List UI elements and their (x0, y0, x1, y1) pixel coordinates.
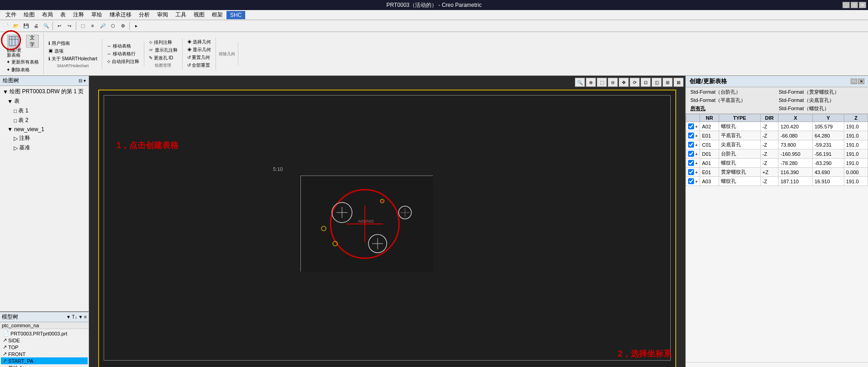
menu-item-file[interactable]: 文件 (2, 10, 20, 20)
menu-item-shc[interactable]: SHC (226, 11, 245, 19)
delete-table-btn[interactable]: ✦ 删除表格 (5, 66, 41, 74)
menu-item-analysis[interactable]: 分析 (135, 10, 153, 20)
search-icon[interactable]: 🔍 (41, 21, 51, 31)
checkbox-2[interactable] (688, 133, 694, 138)
tree-annotation-label: 注释 (19, 134, 30, 142)
model-tree-col-header: ptc_common_na (0, 322, 89, 329)
open-icon[interactable]: 📂 (11, 21, 21, 31)
model-tree-header: 模型树 ▼ T↓ ▼ ≡ (0, 312, 89, 322)
format-2[interactable]: Std-Format（平底盲孔） (689, 96, 777, 104)
menu-item-annotation[interactable]: 注释 (69, 10, 88, 20)
format-4[interactable]: Std-Format（尖底盲孔） (777, 96, 866, 104)
update-all-btn[interactable]: ✦ 更新所有表格 (5, 59, 41, 66)
show-geometry-btn[interactable]: ◈ 显示几何 (185, 46, 213, 53)
tree-item-table1[interactable]: □ 表 1 (1, 106, 88, 116)
extra-canvas-btn[interactable]: ⊠ (673, 78, 684, 87)
arrange-annotation-btn[interactable]: ⊹ 排列注释 (147, 39, 179, 46)
right-panel-controls[interactable]: _ ✕ (851, 79, 864, 84)
tree-item-table-group[interactable]: ▼ 表 (1, 96, 88, 106)
plus-4: + (695, 151, 698, 157)
row-check-1[interactable]: + (686, 122, 700, 131)
save-icon[interactable]: 💾 (21, 21, 31, 31)
zoom-out-btn[interactable]: ⊖ (608, 78, 618, 87)
model-item-sketch1[interactable]: ✏ 草绘 1 (1, 364, 88, 367)
close-button[interactable]: ✕ (859, 2, 866, 8)
format-1[interactable]: Std-Format（台阶孔） (689, 88, 777, 96)
checkbox-6[interactable] (688, 169, 694, 175)
sidebar-controls[interactable]: ⊟ ▾ (79, 78, 86, 83)
model-item-top[interactable]: ↗ TOP (1, 344, 88, 351)
tree-item-newview[interactable]: ▼ new_view_1 (1, 125, 88, 133)
rotate-btn[interactable]: ⟳ (630, 78, 640, 87)
undo-icon[interactable]: ↩ (54, 21, 64, 31)
right-minimize-btn[interactable]: _ (851, 79, 857, 84)
menu-item-drawing[interactable]: 绘图 (20, 10, 38, 20)
model-item-startpa[interactable]: ↗ START_PA (1, 357, 88, 364)
row-check-2[interactable]: + (686, 131, 700, 140)
create-table-button[interactable]: 创建/更新表格 (5, 34, 23, 59)
display-btn[interactable]: ◫ (652, 78, 662, 87)
checkbox-3[interactable] (688, 142, 694, 148)
tree-item-annotation[interactable]: ▷ 注释 (1, 133, 88, 143)
redo-icon[interactable]: ↪ (64, 21, 74, 31)
minimize-button[interactable]: _ (842, 2, 850, 8)
window-controls[interactable]: _ □ ✕ (842, 2, 866, 8)
menu-item-tools[interactable]: 工具 (172, 10, 190, 20)
text-button[interactable]: 文字 (24, 34, 41, 59)
checkbox-7[interactable] (688, 178, 694, 184)
menu-item-inherit[interactable]: 继承迁移 (106, 10, 135, 20)
auto-arrange-btn[interactable]: ⊹ 自动排列注释 (105, 58, 141, 65)
move-table-row-btn[interactable]: ↔ 移动表格行 (105, 50, 141, 58)
menu-item-frame[interactable]: 框架 (208, 10, 226, 20)
row-check-5[interactable]: + (686, 159, 700, 168)
change-hole-id-btn[interactable]: ✎ 更改孔 ID (147, 54, 179, 62)
pan-btn[interactable]: ✥ (619, 78, 629, 87)
filter-icon[interactable]: ≡ (88, 21, 98, 31)
annotation-display-btn[interactable]: ⊞ (663, 78, 673, 87)
view3d-icon[interactable]: ⬡ (108, 21, 118, 31)
user-guide-btn[interactable]: ℹ 用户指南 (47, 40, 99, 47)
zoom-box-btn[interactable]: ⬚ (597, 78, 607, 87)
about-btn[interactable]: ℹ 关于 SMARTHolechart (47, 55, 99, 63)
zoom-icon[interactable]: 🔎 (98, 21, 108, 31)
model-item-side[interactable]: ↗ SIDE (1, 337, 88, 344)
move-table-btn[interactable]: ↔ 移动表格 (105, 43, 141, 50)
options-btn[interactable]: ▣ 选项 (47, 48, 99, 55)
checkbox-4[interactable] (688, 151, 694, 157)
row-check-6[interactable]: + (686, 168, 700, 177)
menu-item-view[interactable]: 视图 (190, 10, 208, 20)
tree-item-drawing[interactable]: ▼ 绘图 PRT0003.DRW 的第 1 页 (1, 87, 88, 96)
view-orient-btn[interactable]: ⊡ (641, 78, 651, 87)
checkbox-5[interactable] (688, 160, 694, 166)
format-selected[interactable]: 所有孔 (689, 105, 777, 112)
checkbox-1[interactable] (688, 123, 694, 129)
model-tree-controls[interactable]: ▼ T↓ ▼ ≡ (66, 314, 87, 319)
model-item-front[interactable]: ↗ FRONT (1, 351, 88, 357)
extra-icon[interactable]: ▸ (131, 21, 141, 31)
tree-item-datum[interactable]: ▷ 基准 (1, 143, 88, 153)
new-icon[interactable]: 📄 (1, 21, 11, 31)
zoom-fit-btn[interactable]: 🔍 (575, 78, 585, 87)
reset-geometry-btn[interactable]: ↺ 重置几何 (185, 54, 213, 61)
center-canvas[interactable]: 🔍 ⊕ ⬚ ⊖ ✥ ⟳ ⊡ ◫ ⊞ ⊠ 5:10 (89, 76, 685, 367)
print-icon[interactable]: 🖨 (31, 21, 41, 31)
format-5[interactable]: Std-Format（螺纹孔） (777, 105, 866, 112)
select-geometry-btn[interactable]: ◈ 选择几何 (185, 38, 213, 46)
config-icon[interactable]: ⚙ (118, 21, 128, 31)
row-check-7[interactable]: + (686, 177, 700, 186)
show-hole-annotation-btn[interactable]: ☞ 显示孔注释 (147, 47, 179, 54)
format-3[interactable]: Std-Format（贯穿螺纹孔） (777, 88, 866, 96)
maximize-button[interactable]: □ (851, 2, 858, 8)
menu-item-layout[interactable]: 布局 (38, 10, 57, 20)
row-check-4[interactable]: + (686, 149, 700, 159)
right-close-btn[interactable]: ✕ (858, 79, 864, 84)
menu-item-review[interactable]: 审阅 (153, 10, 172, 20)
tree-item-table2[interactable]: □ 表 2 (1, 116, 88, 125)
select-icon[interactable]: ⬚ (78, 21, 88, 31)
menu-item-table[interactable]: 表 (57, 10, 69, 20)
zoom-in-btn[interactable]: ⊕ (586, 78, 596, 87)
reset-all-btn[interactable]: ↺ 全部重置 (185, 62, 213, 69)
row-check-3[interactable]: + (686, 140, 700, 149)
menu-item-sketch[interactable]: 草绘 (88, 10, 106, 20)
model-item-prt[interactable]: 📄 PRT0003.PRTprt0003.prt (1, 330, 88, 337)
